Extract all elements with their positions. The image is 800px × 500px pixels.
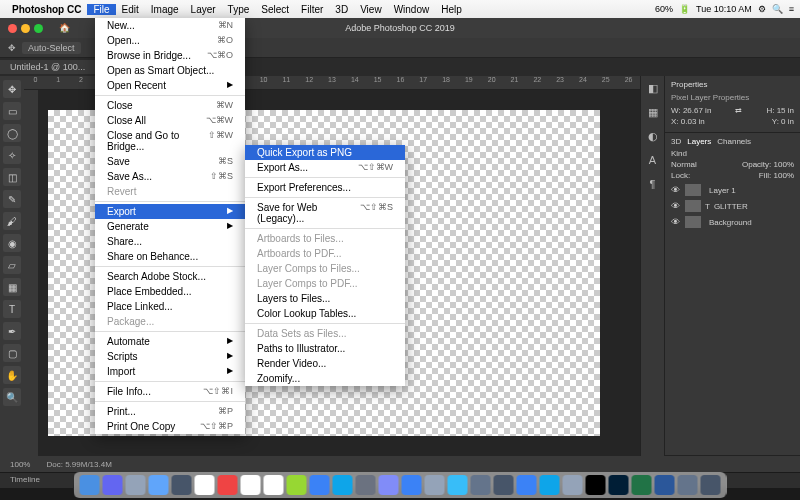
color-panel-icon[interactable]: ◧: [645, 82, 661, 98]
dock-app-icon[interactable]: [609, 475, 629, 495]
zoom-level[interactable]: 100%: [10, 460, 30, 469]
file-menu-open-[interactable]: Open...⌘O: [95, 33, 245, 48]
file-menu-place-embedded-[interactable]: Place Embedded...: [95, 284, 245, 299]
menu-edit[interactable]: Edit: [116, 4, 145, 15]
dock-app-icon[interactable]: [517, 475, 537, 495]
adjustments-panel-icon[interactable]: ◐: [645, 130, 661, 146]
dock-app-icon[interactable]: [540, 475, 560, 495]
properties-tab[interactable]: Properties: [671, 80, 794, 89]
layers-tab-channels[interactable]: Channels: [717, 137, 751, 146]
file-menu-save-as-[interactable]: Save As...⇧⌘S: [95, 169, 245, 184]
layer-row[interactable]: 👁T GLITTER: [671, 198, 794, 214]
dock-app-icon[interactable]: [379, 475, 399, 495]
dock-app-icon[interactable]: [563, 475, 583, 495]
character-panel-icon[interactable]: A: [645, 154, 661, 170]
file-menu-close[interactable]: Close⌘W: [95, 98, 245, 113]
gradient-tool[interactable]: ▦: [3, 278, 21, 296]
move-tool-icon[interactable]: ✥: [8, 43, 16, 53]
blend-mode-select[interactable]: Normal: [671, 160, 697, 169]
file-menu-automate[interactable]: Automate▶: [95, 334, 245, 349]
zoom-tool[interactable]: 🔍: [3, 388, 21, 406]
dock-app-icon[interactable]: [678, 475, 698, 495]
dock-app-icon[interactable]: [494, 475, 514, 495]
file-menu-share-on-behance-[interactable]: Share on Behance...: [95, 249, 245, 264]
layer-row[interactable]: 👁Background: [671, 214, 794, 230]
file-menu-generate[interactable]: Generate▶: [95, 219, 245, 234]
layers-tab-layers[interactable]: Layers: [687, 137, 711, 146]
dock-app-icon[interactable]: [471, 475, 491, 495]
dock-app-icon[interactable]: [586, 475, 606, 495]
minimize-window-icon[interactable]: [21, 24, 30, 33]
export-menu-export-as-[interactable]: Export As...⌥⇧⌘W: [245, 160, 405, 175]
eraser-tool[interactable]: ▱: [3, 256, 21, 274]
menu-help[interactable]: Help: [435, 4, 468, 15]
move-tool[interactable]: ✥: [3, 80, 21, 98]
dock-app-icon[interactable]: [333, 475, 353, 495]
file-menu-new-[interactable]: New...⌘N: [95, 18, 245, 33]
dock-app-icon[interactable]: [632, 475, 652, 495]
zoom-window-icon[interactable]: [34, 24, 43, 33]
file-menu-share-[interactable]: Share...: [95, 234, 245, 249]
menu-select[interactable]: Select: [255, 4, 295, 15]
menu-image[interactable]: Image: [145, 4, 185, 15]
dock-app-icon[interactable]: [655, 475, 675, 495]
menu-layer[interactable]: Layer: [185, 4, 222, 15]
type-tool[interactable]: T: [3, 300, 21, 318]
layers-tab-3d[interactable]: 3D: [671, 137, 681, 146]
lasso-tool[interactable]: ◯: [3, 124, 21, 142]
export-menu-color-lookup-tables-[interactable]: Color Lookup Tables...: [245, 306, 405, 321]
visibility-icon[interactable]: 👁: [671, 217, 681, 227]
hand-tool[interactable]: ✋: [3, 366, 21, 384]
auto-select-toggle[interactable]: Auto-Select: [22, 42, 81, 54]
crop-tool[interactable]: ◫: [3, 168, 21, 186]
file-menu-print-one-copy[interactable]: Print One Copy⌥⇧⌘P: [95, 419, 245, 434]
export-menu-render-video-[interactable]: Render Video...: [245, 356, 405, 371]
dock-app-icon[interactable]: [448, 475, 468, 495]
dock-app-icon[interactable]: [126, 475, 146, 495]
export-menu-quick-export-as-png[interactable]: Quick Export as PNG: [245, 145, 405, 160]
file-menu-search-adobe-stock-[interactable]: Search Adobe Stock...: [95, 269, 245, 284]
dock-app-icon[interactable]: [218, 475, 238, 495]
dock-app-icon[interactable]: [287, 475, 307, 495]
dock-app-icon[interactable]: [402, 475, 422, 495]
document-tab[interactable]: Untitled-1 @ 100...: [0, 60, 95, 74]
export-menu-paths-to-illustrator-[interactable]: Paths to Illustrator...: [245, 341, 405, 356]
brush-tool[interactable]: 🖌: [3, 212, 21, 230]
dock-app-icon[interactable]: [149, 475, 169, 495]
shape-tool[interactable]: ▢: [3, 344, 21, 362]
swatches-panel-icon[interactable]: ▦: [645, 106, 661, 122]
file-menu-save[interactable]: Save⌘S: [95, 154, 245, 169]
visibility-icon[interactable]: 👁: [671, 185, 681, 195]
menu-view[interactable]: View: [354, 4, 388, 15]
dock-app-icon[interactable]: [701, 475, 721, 495]
export-menu-save-for-web-legacy-[interactable]: Save for Web (Legacy)...⌥⇧⌘S: [245, 200, 405, 226]
dock-app-icon[interactable]: [172, 475, 192, 495]
file-menu-scripts[interactable]: Scripts▶: [95, 349, 245, 364]
menu-3d[interactable]: 3D: [329, 4, 354, 15]
dock-app-icon[interactable]: [80, 475, 100, 495]
file-menu-print-[interactable]: Print...⌘P: [95, 404, 245, 419]
pen-tool[interactable]: ✒: [3, 322, 21, 340]
menu-file[interactable]: File: [87, 4, 115, 15]
visibility-icon[interactable]: 👁: [671, 201, 681, 211]
file-menu-file-info-[interactable]: File Info...⌥⇧⌘I: [95, 384, 245, 399]
menu-filter[interactable]: Filter: [295, 4, 329, 15]
export-menu-layers-to-files-[interactable]: Layers to Files...: [245, 291, 405, 306]
stamp-tool[interactable]: ◉: [3, 234, 21, 252]
paragraph-panel-icon[interactable]: ¶: [645, 178, 661, 194]
home-icon[interactable]: 🏠: [59, 23, 70, 33]
wand-tool[interactable]: ✧: [3, 146, 21, 164]
file-menu-browse-in-bridge-[interactable]: Browse in Bridge...⌥⌘O: [95, 48, 245, 63]
file-menu-open-as-smart-object-[interactable]: Open as Smart Object...: [95, 63, 245, 78]
dock-app-icon[interactable]: [264, 475, 284, 495]
file-menu-import[interactable]: Import▶: [95, 364, 245, 379]
export-menu-export-preferences-[interactable]: Export Preferences...: [245, 180, 405, 195]
file-menu-open-recent[interactable]: Open Recent▶: [95, 78, 245, 93]
close-window-icon[interactable]: [8, 24, 17, 33]
file-menu-place-linked-[interactable]: Place Linked...: [95, 299, 245, 314]
file-menu-close-all[interactable]: Close All⌥⌘W: [95, 113, 245, 128]
menu-type[interactable]: Type: [222, 4, 256, 15]
menu-window[interactable]: Window: [388, 4, 436, 15]
dock-app-icon[interactable]: [103, 475, 123, 495]
eyedropper-tool[interactable]: ✎: [3, 190, 21, 208]
